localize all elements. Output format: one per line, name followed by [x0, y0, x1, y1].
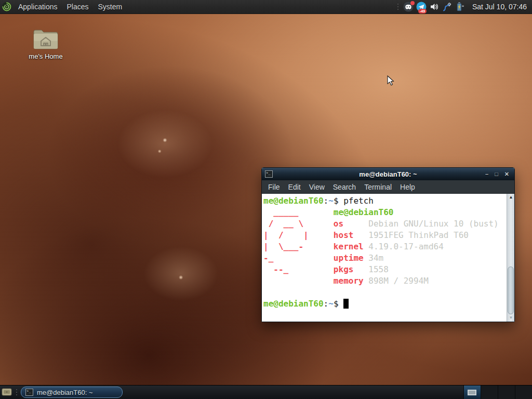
menu-places[interactable]: Places: [62, 0, 94, 14]
system-tray: -49: [395, 2, 532, 12]
tray-drag-handle[interactable]: [396, 2, 400, 11]
menu-applications[interactable]: Applications: [14, 0, 62, 14]
menu-help[interactable]: Help: [396, 180, 419, 194]
power-tray-icon[interactable]: [455, 2, 466, 12]
volume-tray-icon[interactable]: [429, 2, 440, 12]
discord-notification-dot: [410, 1, 415, 5]
menu-file[interactable]: File: [264, 180, 284, 194]
top-panel: Applications Places System -49: [0, 0, 532, 14]
panel-clock[interactable]: Sat Jul 10, 07:46: [472, 3, 527, 11]
workspace-3[interactable]: [498, 385, 515, 399]
menu-view[interactable]: View: [305, 180, 329, 194]
show-desktop-button[interactable]: [0, 385, 14, 399]
workspace-4[interactable]: [515, 385, 532, 399]
minimize-button[interactable]: –: [485, 168, 488, 180]
debian-swirl-icon: [2, 2, 12, 12]
speaker-icon: [429, 2, 440, 12]
terminal-scrollbar[interactable]: ▲ ▼: [507, 194, 514, 322]
mouse-cursor: [387, 75, 394, 86]
main-menu-button[interactable]: [0, 0, 14, 14]
task-terminal-icon: >_: [25, 389, 33, 396]
scrollbar-thumb[interactable]: [508, 267, 514, 314]
bottom-panel: >_ me@debianT60: ~: [0, 385, 532, 399]
scroll-down-arrow[interactable]: ▼: [507, 314, 514, 322]
home-folder-label: me's Home: [22, 52, 70, 60]
cable-icon: [442, 2, 453, 12]
telegram-badge: -49: [418, 9, 427, 14]
taskbar-window-button[interactable]: >_ me@debianT60: ~: [21, 387, 123, 398]
close-button[interactable]: ✕: [504, 168, 509, 180]
menu-terminal[interactable]: Terminal: [360, 180, 396, 194]
menu-search[interactable]: Search: [329, 180, 360, 194]
home-folder-icon: [32, 28, 59, 50]
home-folder-desktop-icon[interactable]: me's Home: [22, 28, 70, 60]
workspace-mini-window: [468, 390, 476, 395]
terminal-menubar: File Edit View Search Terminal Help: [262, 180, 514, 194]
terminal-titlebar[interactable]: >_ me@debianT60: ~ – □ ✕: [262, 168, 514, 180]
terminal-window: >_ me@debianT60: ~ – □ ✕ File Edit View …: [261, 167, 515, 322]
battery-charging-icon: [455, 2, 466, 12]
telegram-tray-icon[interactable]: -49: [416, 2, 427, 12]
terminal-text: me@debianT60:~$ pfetch _____ me@debianT6…: [263, 195, 506, 322]
network-tray-icon[interactable]: [442, 2, 453, 12]
screen: Applications Places System -49: [0, 0, 532, 399]
terminal-title: me@debianT60: ~: [262, 170, 514, 178]
discord-tray-icon[interactable]: [403, 2, 414, 12]
workspace-1[interactable]: [463, 385, 481, 399]
workspace-2[interactable]: [481, 385, 498, 399]
taskbar-drag-handle[interactable]: [15, 388, 18, 397]
maximize-button[interactable]: □: [495, 168, 498, 180]
scroll-up-arrow[interactable]: ▲: [507, 194, 514, 201]
terminal-content[interactable]: me@debianT60:~$ pfetch _____ me@debianT6…: [262, 194, 514, 322]
show-desktop-icon: [2, 388, 12, 397]
task-label: me@debianT60: ~: [37, 389, 93, 396]
menu-system[interactable]: System: [94, 0, 127, 14]
menu-edit[interactable]: Edit: [284, 180, 305, 194]
workspace-switcher: [463, 385, 532, 399]
desktop-wallpaper: me's Home >_ me@debianT60: ~ – □ ✕ File …: [0, 14, 532, 385]
